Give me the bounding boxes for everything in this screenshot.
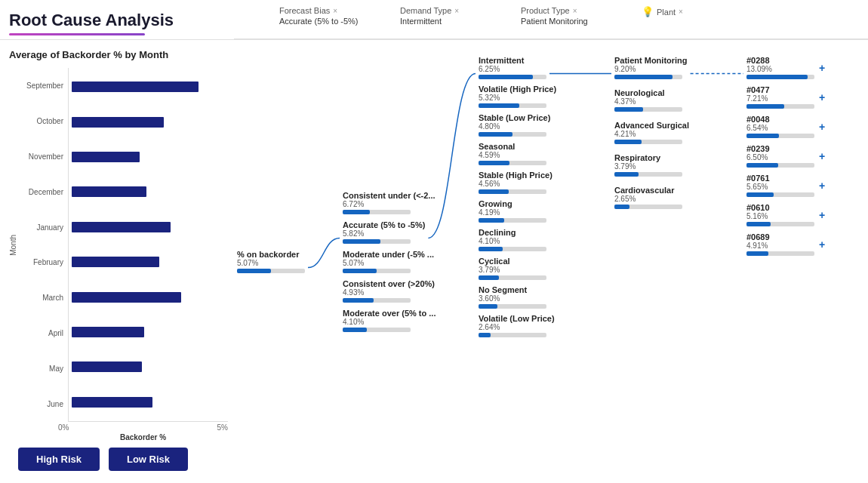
tree-node-bar-bg	[614, 205, 682, 209]
tree-node-label: Neurological	[614, 88, 682, 97]
tree-node: #028813.09%	[743, 54, 817, 81]
tree-node-bar-fill	[343, 269, 377, 273]
right-panel: % on backorder5.07%Consistent under (<-2…	[234, 40, 868, 483]
tree-node: Moderate under (-5% ...5.07%	[340, 248, 437, 275]
tree-node-label: Declining	[479, 228, 546, 237]
node-row: Seasonal4.59%	[476, 140, 549, 167]
filter-product-type-label: Product Type	[521, 6, 570, 15]
y-label: March	[19, 290, 63, 306]
tree-node-bar-fill	[479, 132, 512, 137]
tree-node-value: 4.93%	[343, 288, 435, 297]
filter-demand-type-close[interactable]: ×	[454, 7, 459, 15]
expand-icon[interactable]: +	[819, 121, 825, 133]
tree-col-level1: Consistent under (<-2...6.72%Accurate (5…	[340, 46, 453, 477]
tree-node-label: Cyclical	[479, 257, 546, 266]
tree-node-value: 6.54%	[746, 124, 814, 132]
tree-col-level2: Intermittent6.25%Volatile (High Price)5.…	[476, 46, 596, 477]
expand-icon[interactable]: +	[819, 150, 825, 162]
tree-node: #07615.65%	[743, 172, 817, 198]
chart-title: Average of Backorder % by Month	[9, 49, 228, 60]
bar-fill	[72, 152, 140, 162]
node-row: Declining4.10%	[476, 226, 549, 253]
expand-icon[interactable]: +	[819, 62, 825, 74]
tree-node-value: 5.16%	[746, 212, 814, 220]
filter-forecast-bias-close[interactable]: ×	[333, 7, 337, 15]
high-risk-button[interactable]: High Risk	[18, 448, 100, 471]
tree-node: #04777.21%	[743, 84, 817, 110]
bar-row	[72, 80, 225, 94]
root-page: Root Cause Analysis Forecast Bias × Accu…	[0, 0, 868, 483]
y-axis-title: Month	[9, 235, 17, 256]
bar-fill	[72, 292, 181, 303]
tree-node-bar-fill	[479, 304, 497, 309]
tree-col-level3: Patient Monitoring9.20%Neurological4.37%…	[611, 46, 728, 477]
tree-node: Consistent under (<-2...6.72%	[340, 189, 439, 216]
filter-product-type-close[interactable]: ×	[573, 7, 577, 15]
bar-chart-container: Month SeptemberOctoberNovemberDecemberJa…	[9, 68, 228, 441]
tree-node-bar-fill	[746, 222, 771, 226]
main-content: Average of Backorder % by Month Month Se…	[0, 40, 868, 483]
tree-node-value: 6.72%	[343, 200, 436, 208]
tree-node-bar-bg	[343, 328, 411, 332]
expand-icon[interactable]: +	[819, 238, 825, 251]
tree-node-bar-fill	[343, 210, 370, 214]
tree-node-value: 13.09%	[746, 65, 814, 73]
tree-node-bar-fill	[343, 328, 367, 332]
tree-node-value: 5.07%	[343, 259, 434, 267]
node-row: #06894.91%+	[743, 231, 825, 257]
x-tick: 0%	[58, 423, 69, 432]
tree-node-value: 3.60%	[479, 294, 546, 303]
expand-icon[interactable]: +	[819, 209, 825, 221]
node-row: Consistent over (>20%)4.93%	[340, 278, 438, 304]
y-label: December	[19, 183, 63, 200]
tree-node-value: 3.79%	[479, 266, 546, 274]
bar-fill	[72, 186, 146, 197]
tree-node: Cyclical3.79%	[476, 255, 549, 281]
y-label: January	[19, 219, 63, 235]
tree-node-value: 6.25%	[479, 65, 546, 73]
tree-node-bar-fill	[746, 251, 768, 256]
tree-node: Advanced Surgical4.21%	[611, 119, 692, 146]
tree-node-bar-bg	[479, 161, 546, 165]
tree-node-bar-bg	[614, 140, 682, 144]
tree-node-bar-bg	[479, 103, 546, 108]
tree-node-value: 5.07%	[237, 259, 305, 267]
tree-node-value: 4.59%	[479, 151, 546, 159]
tree-node-bar-fill	[746, 75, 808, 79]
tree-node: #00486.54%	[743, 113, 817, 140]
tree-node-bar-fill	[614, 205, 629, 209]
y-label: May	[19, 361, 63, 377]
tree-node-bar-bg	[746, 192, 814, 197]
tree-node-label: Respiratory	[614, 153, 682, 162]
bar-row	[72, 291, 225, 304]
tree-node-label: #0689	[746, 232, 814, 242]
node-row: Moderate under (-5% ...5.07%	[340, 248, 437, 275]
node-row: Neurological4.37%	[611, 87, 685, 113]
filter-product-type-value: Patient Monitoring	[521, 17, 619, 26]
tree-node-label: Intermittent	[479, 56, 546, 65]
title-underline	[9, 33, 145, 35]
tree-node-bar-fill	[343, 239, 380, 244]
tree-node-label: Volatile (High Price)	[479, 85, 556, 94]
x-axis: 0%5%	[9, 423, 228, 432]
tree-node-bar-bg	[343, 269, 411, 273]
tree-node-bar-fill	[479, 75, 533, 79]
bar-fill	[72, 361, 142, 372]
tree-node-value: 4.21%	[614, 130, 689, 138]
tree-node-label: #0477	[746, 85, 814, 94]
tree-layout: % on backorder5.07%Consistent under (<-2…	[234, 46, 868, 477]
expand-icon[interactable]: +	[819, 180, 825, 192]
tree-node: Moderate over (5% to ...4.10%	[340, 307, 439, 334]
tree-node-bar-bg	[746, 163, 814, 168]
tree-node-label: Stable (High Price)	[479, 171, 553, 180]
tree-node: Respiratory3.79%	[611, 152, 685, 178]
filter-plant-close[interactable]: ×	[679, 8, 683, 16]
tree-node-label: No Segment	[479, 285, 546, 294]
low-risk-button[interactable]: Low Risk	[109, 448, 188, 471]
tree-node: No Segment3.60%	[476, 284, 549, 310]
expand-icon[interactable]: +	[819, 91, 825, 103]
bar-row	[72, 325, 225, 339]
tree-node-bar-bg	[479, 304, 546, 309]
tree-node-bar-bg	[746, 104, 814, 109]
left-panel: Average of Backorder % by Month Month Se…	[0, 40, 234, 483]
